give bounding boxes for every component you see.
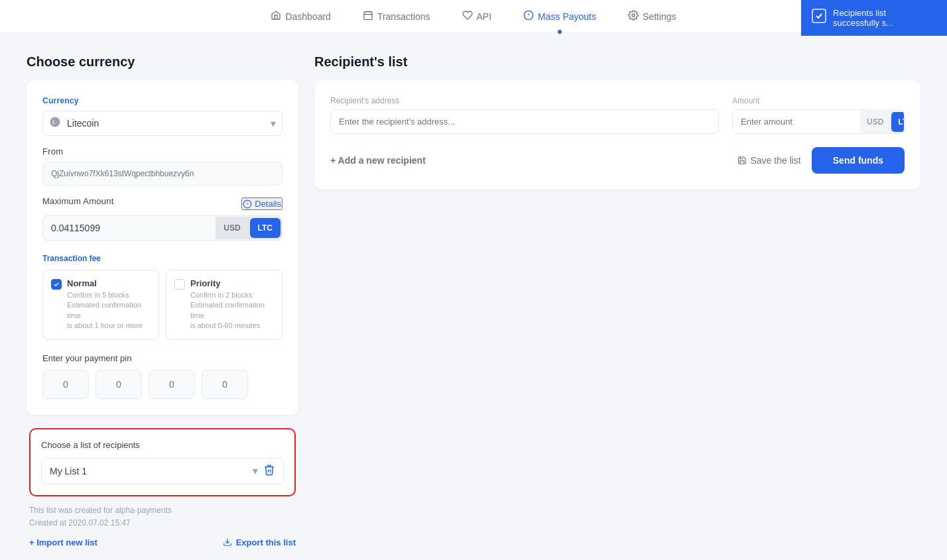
- nav-transactions[interactable]: Transactions: [360, 10, 433, 23]
- pin-section: Enter your payment pin: [42, 353, 283, 399]
- from-label: From: [42, 146, 283, 156]
- max-amount-label: Maximum Amount: [42, 196, 114, 206]
- toast-check-icon: [812, 9, 826, 23]
- from-field: From document.querySelector('[data-name=…: [42, 146, 283, 186]
- fee-normal-desc: Confirm in 5 blocks Estimated confirmati…: [67, 290, 151, 331]
- api-icon: [462, 10, 473, 23]
- pin-input-2[interactable]: [95, 370, 142, 399]
- fee-priority-desc: Confirm in 2 blocks Estimated confirmati…: [190, 290, 274, 331]
- fee-priority-checkbox: [174, 279, 185, 290]
- header: Dashboard Transactions API Mass Payouts …: [0, 0, 947, 33]
- list-description: This list was created for alpha-payments: [29, 504, 296, 517]
- amount-label: Amount: [732, 96, 905, 105]
- tx-fee-label: Transaction fee: [42, 254, 283, 263]
- amount-field-group: Amount USD LTC: [732, 96, 905, 134]
- currency-label: Currency: [42, 96, 283, 105]
- recipients-list-card: Choose a list of recipients My List 1 ▾: [29, 428, 296, 496]
- fee-normal-option[interactable]: Normal Confirm in 5 blocks Estimated con…: [42, 270, 159, 340]
- toast-notification: Recipients list successfully s...: [801, 0, 947, 36]
- svg-point-7: [632, 14, 635, 17]
- pin-input-1[interactable]: [42, 370, 89, 399]
- send-funds-button[interactable]: Send funds: [812, 147, 905, 174]
- nav-api[interactable]: API: [460, 10, 495, 23]
- left-column: Choose currency Currency Ł Litecoin ▾ Fr…: [27, 54, 298, 550]
- recipient-header: Recipient's address Amount USD LTC: [330, 96, 905, 134]
- pin-inputs: [42, 370, 283, 399]
- fee-priority-option[interactable]: Priority Confirm in 2 blocks Estimated c…: [166, 270, 283, 340]
- address-label: Recipient's address: [330, 96, 719, 105]
- export-list-button[interactable]: Export this list: [223, 537, 296, 547]
- fee-normal-checkbox: [51, 279, 62, 290]
- currency-card: Currency Ł Litecoin ▾ From document.quer…: [27, 80, 298, 415]
- settings-icon: [628, 10, 639, 23]
- choose-currency-title: Choose currency: [27, 54, 298, 70]
- svg-rect-0: [364, 11, 372, 19]
- max-amount-row: Maximum Amount Details: [42, 196, 283, 211]
- fee-priority-title: Priority: [190, 278, 274, 288]
- pin-input-3[interactable]: [149, 370, 195, 399]
- currency-select[interactable]: Litecoin: [42, 111, 283, 136]
- list-delete-icon[interactable]: [263, 464, 275, 478]
- right-column: Recipient's list Recipient's address Amo…: [314, 54, 920, 550]
- amount-usd-btn[interactable]: USD: [860, 111, 890, 133]
- toast-text: Recipients list successfully s...: [833, 8, 893, 28]
- main-content: Choose currency Currency Ł Litecoin ▾ Fr…: [0, 33, 947, 560]
- max-amount-input-wrapper: 0.04115099 USD LTC: [42, 215, 283, 241]
- recipient-actions: + Add a new recipient Save the list Send…: [330, 147, 905, 174]
- fee-priority-info: Priority Confirm in 2 blocks Estimated c…: [190, 278, 274, 331]
- fee-normal-info: Normal Confirm in 5 blocks Estimated con…: [67, 278, 151, 331]
- add-recipient-button[interactable]: + Add a new recipient: [330, 155, 426, 166]
- list-select-wrapper: My List 1 ▾: [41, 458, 284, 484]
- pin-label: Enter your payment pin: [42, 353, 283, 363]
- recipients-list-title: Recipient's list: [314, 54, 920, 70]
- pin-input-4[interactable]: [202, 370, 248, 399]
- recipients-list-wrapper: Choose a list of recipients My List 1 ▾ …: [27, 425, 298, 550]
- amount-input[interactable]: [733, 110, 860, 133]
- litecoin-icon: Ł: [49, 116, 61, 131]
- mass-payouts-icon: [523, 10, 534, 23]
- details-button[interactable]: Details: [241, 197, 283, 210]
- nav-mass-payouts[interactable]: Mass Payouts: [521, 10, 599, 23]
- tx-fee-section: Transaction fee Normal Confirm in 5 bloc…: [42, 254, 283, 340]
- list-chevron-icon: ▾: [253, 465, 258, 477]
- currency-select-wrapper: Ł Litecoin ▾: [42, 111, 283, 136]
- choose-list-label: Choose a list of recipients: [41, 440, 284, 450]
- currency-toggle: USD LTC: [216, 217, 282, 239]
- max-amount-value: 0.04115099: [43, 216, 216, 240]
- import-list-button[interactable]: + Import new list: [29, 537, 97, 547]
- fee-options: Normal Confirm in 5 blocks Estimated con…: [42, 270, 283, 340]
- amount-currency-group: USD LTC: [860, 111, 905, 133]
- list-select[interactable]: My List 1: [50, 466, 253, 476]
- nav: Dashboard Transactions API Mass Payouts …: [268, 10, 678, 23]
- ltc-toggle-btn[interactable]: LTC: [250, 218, 281, 238]
- nav-settings[interactable]: Settings: [625, 10, 679, 23]
- fee-normal-title: Normal: [67, 278, 151, 288]
- amount-input-row: USD LTC: [732, 109, 905, 134]
- svg-text:Ł: Ł: [52, 119, 56, 125]
- amount-ltc-btn[interactable]: LTC: [891, 112, 905, 132]
- list-actions: + Import new list Export this list: [29, 537, 296, 547]
- address-input[interactable]: [330, 109, 719, 134]
- home-icon: [271, 10, 281, 23]
- save-list-button[interactable]: Save the list: [737, 155, 801, 166]
- address-field-group: Recipient's address: [330, 96, 719, 134]
- list-meta: This list was created for alpha-payments…: [29, 504, 296, 530]
- right-actions: Save the list Send funds: [737, 147, 905, 174]
- transactions-icon: [363, 10, 373, 23]
- usd-toggle-btn[interactable]: USD: [216, 217, 248, 239]
- from-input[interactable]: [42, 162, 283, 186]
- recipient-card: Recipient's address Amount USD LTC: [314, 80, 920, 190]
- list-created: Created at 2020.07.02 15:47: [29, 517, 296, 530]
- nav-dashboard[interactable]: Dashboard: [268, 10, 334, 23]
